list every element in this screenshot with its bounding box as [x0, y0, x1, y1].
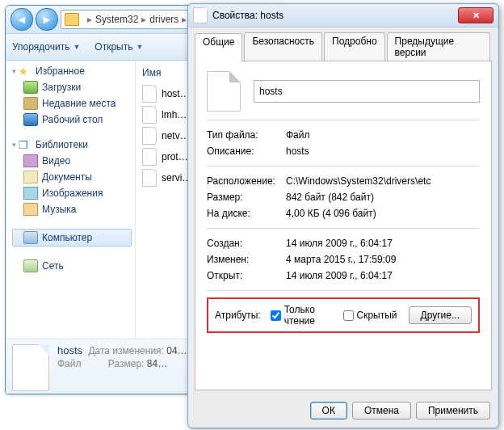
size-value: 842 байт (842 байт): [286, 192, 480, 203]
sidebar-item-recent[interactable]: Недавние места: [12, 95, 132, 112]
sidebar-head-libraries[interactable]: ▾ ❐ Библиотеки: [12, 139, 132, 150]
computer-icon: [23, 231, 38, 244]
sidebar-label: Библиотеки: [36, 139, 88, 150]
hidden-checkbox[interactable]: Скрытый: [340, 308, 397, 323]
accessed-label: Открыт:: [207, 270, 286, 281]
chevron-down-icon: ▾: [12, 141, 16, 149]
library-icon: ❐: [19, 139, 32, 150]
readonly-checkbox[interactable]: Только чтение: [267, 304, 329, 327]
breadcrumb-item[interactable]: drivers: [149, 14, 178, 25]
sidebar-item-downloads[interactable]: Загрузки: [12, 79, 132, 95]
sidebar-item-network[interactable]: Сеть: [12, 258, 132, 274]
chevron-down-icon: ▾: [12, 67, 16, 75]
size-value: 84…: [147, 358, 167, 369]
sidebar-item-label: Сеть: [42, 260, 64, 272]
file-icon: [142, 85, 157, 103]
file-name: netv…: [162, 130, 190, 141]
modified-label: Изменен:: [207, 254, 286, 265]
modified-value: 4 марта 2015 г., 17:59:09: [286, 254, 480, 265]
chevron-down-icon: ▼: [136, 43, 143, 51]
size-on-disk-label: На диске:: [207, 208, 286, 219]
sidebar-item-label: Видео: [42, 155, 70, 167]
sidebar-item-label: Рабочий стол: [42, 114, 103, 125]
tab-previous-versions[interactable]: Предыдущие версии: [387, 32, 490, 61]
created-value: 14 июля 2009 г., 6:04:17: [286, 238, 480, 249]
apply-button[interactable]: Применить: [416, 402, 490, 419]
file-type-label: Файл: [57, 358, 82, 369]
sidebar-item-pictures[interactable]: Изображения: [12, 185, 132, 201]
file-icon: [142, 169, 157, 187]
sidebar-item-label: Загрузки: [42, 82, 81, 93]
sidebar-item-label: Изображения: [42, 188, 103, 199]
hidden-checkbox-input[interactable]: [343, 310, 354, 321]
chevron-right-icon: ▸: [87, 14, 92, 25]
tab-strip: Общие Безопасность Подробно Предыдущие в…: [188, 27, 498, 61]
sidebar-item-label: Музыка: [42, 204, 76, 215]
filename-input[interactable]: [254, 80, 480, 103]
sidebar-item-documents[interactable]: Документы: [12, 169, 132, 185]
date-modified-label: Дата изменения:: [88, 345, 164, 356]
close-icon: ✕: [472, 11, 480, 21]
hidden-label: Скрытый: [357, 310, 397, 321]
sidebar-item-label: Документы: [42, 171, 92, 183]
separator: [207, 120, 480, 120]
explorer-sidebar: ▾ ★ Избранное Загрузки Недавние места Ра…: [6, 61, 136, 339]
chevron-right-icon: ▸: [182, 14, 187, 25]
sidebar-item-music[interactable]: Музыка: [12, 201, 132, 217]
selected-file-name: hosts: [57, 344, 82, 356]
file-icon: [12, 344, 49, 391]
tab-label: Подробно: [332, 36, 377, 47]
advanced-attributes-button[interactable]: Другие...: [409, 306, 472, 324]
music-icon: [23, 203, 38, 216]
tab-panel-general: Тип файла:Файл Описание:hosts Расположен…: [195, 61, 492, 390]
separator: [207, 228, 480, 229]
file-icon: [193, 7, 208, 23]
readonly-label: Только чтение: [284, 304, 329, 327]
tab-label: Безопасность: [252, 36, 314, 47]
tab-general[interactable]: Общие: [195, 33, 242, 61]
organize-menu[interactable]: Упорядочить ▼: [12, 41, 80, 53]
ok-button[interactable]: ОК: [310, 402, 347, 419]
sidebar-head-favorites[interactable]: ▾ ★ Избранное: [12, 65, 132, 77]
file-name: lmh…: [162, 109, 187, 120]
sidebar-item-computer[interactable]: Компьютер: [12, 229, 132, 247]
date-modified-value: 04…: [166, 345, 187, 356]
forward-button[interactable]: ►: [36, 8, 58, 31]
close-button[interactable]: ✕: [458, 7, 494, 23]
back-button[interactable]: ◄: [10, 8, 33, 31]
sidebar-label: Избранное: [36, 65, 85, 77]
dialog-title: Свойства: hosts: [212, 10, 458, 21]
size-label: Размер:: [207, 192, 286, 203]
chevron-down-icon: ▼: [73, 43, 80, 51]
readonly-checkbox-input[interactable]: [271, 310, 281, 321]
network-icon: [23, 259, 38, 272]
desktop-icon: [23, 113, 38, 126]
organize-label: Упорядочить: [12, 41, 69, 53]
separator: [207, 290, 480, 291]
file-name: prot…: [162, 151, 188, 162]
location-label: Расположение:: [207, 175, 286, 187]
sidebar-item-video[interactable]: Видео: [12, 153, 132, 169]
attributes-label: Атрибуты:: [215, 310, 261, 321]
open-menu[interactable]: Открыть ▼: [94, 41, 143, 53]
file-icon: [142, 127, 157, 145]
star-icon: ★: [19, 65, 32, 77]
sidebar-item-label: Компьютер: [42, 232, 92, 243]
created-label: Создан:: [207, 238, 286, 249]
tab-details[interactable]: Подробно: [324, 32, 385, 61]
file-name: host…: [162, 88, 190, 99]
video-icon: [23, 154, 38, 167]
cancel-button[interactable]: Отмена: [352, 402, 411, 419]
dialog-titlebar[interactable]: Свойства: hosts ✕: [188, 4, 498, 27]
sidebar-item-desktop[interactable]: Рабочий стол: [12, 112, 132, 128]
dialog-button-row: ОК Отмена Применить: [188, 397, 498, 428]
size-on-disk-value: 4,00 КБ (4 096 байт): [286, 208, 480, 219]
attributes-row-highlighted: Атрибуты: Только чтение Скрытый Другие..…: [207, 297, 480, 333]
tab-security[interactable]: Безопасность: [244, 32, 322, 61]
accessed-value: 14 июля 2009 г., 6:04:17: [286, 270, 480, 281]
filetype-label: Тип файла:: [207, 129, 286, 141]
separator: [207, 166, 480, 167]
file-icon: [142, 106, 157, 124]
properties-dialog: Свойства: hosts ✕ Общие Безопасность Под…: [187, 3, 499, 428]
breadcrumb-item[interactable]: System32: [95, 14, 138, 25]
